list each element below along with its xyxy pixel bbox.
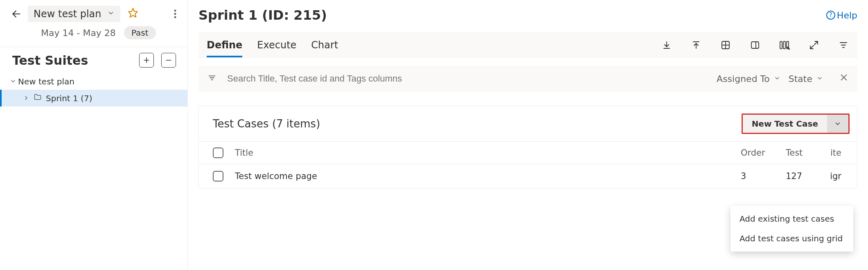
- back-arrow-icon[interactable]: [8, 6, 25, 22]
- plan-header: New test plan: [0, 0, 187, 22]
- side-panel-icon[interactable]: [749, 40, 761, 50]
- sidebar: New test plan May 14 - May 28 Past Test …: [0, 0, 188, 270]
- grid-column-headers: Title Order Test ite: [199, 141, 857, 164]
- new-test-case-split-button: New Test Case: [742, 113, 850, 134]
- menu-add-grid[interactable]: Add test cases using grid: [730, 229, 853, 248]
- tab-define[interactable]: Define: [207, 33, 242, 57]
- help-icon: ?: [826, 11, 835, 20]
- svg-point-2: [174, 10, 176, 12]
- column-options-icon[interactable]: [779, 40, 790, 50]
- more-options-icon[interactable]: [167, 6, 183, 22]
- assigned-to-label: Assigned To: [717, 74, 770, 84]
- add-suite-button[interactable]: [139, 53, 154, 68]
- table-row[interactable]: Test welcome page 3 127 igr: [199, 164, 857, 188]
- svg-marker-1: [129, 8, 138, 17]
- svg-point-4: [174, 16, 176, 18]
- test-plan-name: New test plan: [34, 8, 101, 20]
- tabs: Define Execute Chart: [207, 33, 338, 57]
- svg-line-21: [810, 45, 814, 49]
- search-filter-bar: Assigned To State: [198, 66, 857, 92]
- plan-date-range: May 14 - May 28: [41, 28, 116, 38]
- row-order: 3: [741, 171, 786, 181]
- tab-chart[interactable]: Chart: [311, 33, 338, 57]
- svg-line-20: [814, 41, 818, 45]
- menu-add-existing[interactable]: Add existing test cases: [730, 209, 853, 229]
- help-label: Help: [837, 10, 857, 20]
- tree-child-label: Sprint 1 (7): [46, 93, 92, 103]
- select-all-checkbox[interactable]: [213, 147, 223, 158]
- import-upload-icon[interactable]: [690, 40, 702, 50]
- state-filter[interactable]: State: [789, 74, 823, 84]
- suites-heading: Test Suites: [12, 53, 132, 68]
- collapse-suite-button[interactable]: [161, 53, 176, 68]
- favorite-star-icon[interactable]: [128, 7, 138, 21]
- search-input[interactable]: [226, 73, 708, 84]
- page-title: Sprint 1 (ID: 215): [198, 7, 327, 23]
- tree-child-selected[interactable]: Sprint 1 (7): [0, 90, 187, 107]
- plan-status-badge: Past: [124, 26, 156, 39]
- new-test-case-button[interactable]: New Test Case: [743, 115, 827, 133]
- header-row: Sprint 1 (ID: 215) ? Help: [198, 7, 857, 23]
- svg-point-3: [174, 13, 176, 15]
- chevron-down-icon: [107, 9, 115, 19]
- assigned-to-filter[interactable]: Assigned To: [717, 74, 780, 84]
- new-test-case-dropdown[interactable]: [827, 115, 848, 133]
- row-test: 127: [786, 171, 823, 181]
- grid-header: Test Cases (7 items) New Test Case: [199, 106, 857, 141]
- col-title[interactable]: Title: [235, 148, 741, 158]
- svg-rect-15: [751, 42, 759, 48]
- svg-rect-18: [783, 41, 785, 49]
- main-panel: Sprint 1 (ID: 215) ? Help Define Execute…: [188, 0, 868, 270]
- grid-view-icon[interactable]: [720, 40, 731, 50]
- chevron-right-icon: [21, 93, 31, 103]
- tree-root-label: New test plan: [18, 77, 74, 86]
- chevron-down-icon: [816, 75, 823, 83]
- help-link[interactable]: ? Help: [826, 10, 857, 20]
- plan-date-row: May 14 - May 28 Past: [0, 22, 187, 47]
- new-test-case-menu: Add existing test cases Add test cases u…: [730, 206, 853, 252]
- col-order[interactable]: Order: [741, 148, 786, 158]
- chevron-down-icon: [8, 77, 18, 86]
- chevron-down-icon: [774, 75, 780, 83]
- row-title: Test welcome page: [235, 171, 741, 181]
- col-truncated[interactable]: ite: [823, 148, 843, 158]
- svg-rect-17: [780, 41, 782, 49]
- state-label: State: [789, 74, 812, 84]
- test-plan-selector[interactable]: New test plan: [28, 6, 120, 22]
- col-test[interactable]: Test: [786, 148, 823, 158]
- filter-lines-icon[interactable]: [207, 73, 216, 84]
- toolbar-icons: [661, 40, 849, 50]
- test-cases-grid: Test Cases (7 items) New Test Case Title…: [198, 106, 857, 188]
- tab-toolbar: Define Execute Chart: [198, 32, 857, 58]
- fullscreen-icon[interactable]: [808, 40, 820, 50]
- folder-icon: [34, 93, 42, 103]
- export-download-icon[interactable]: [661, 40, 672, 50]
- tree-root[interactable]: New test plan: [0, 73, 187, 90]
- row-checkbox[interactable]: [213, 171, 223, 182]
- row-truncated: igr: [823, 171, 843, 181]
- tab-execute[interactable]: Execute: [257, 33, 296, 57]
- clear-filter-icon[interactable]: [839, 73, 848, 84]
- grid-heading: Test Cases (7 items): [213, 118, 320, 130]
- suites-header: Test Suites: [0, 47, 187, 69]
- suites-tree: New test plan Sprint 1 (7): [0, 69, 187, 111]
- filter-icon[interactable]: [838, 40, 849, 50]
